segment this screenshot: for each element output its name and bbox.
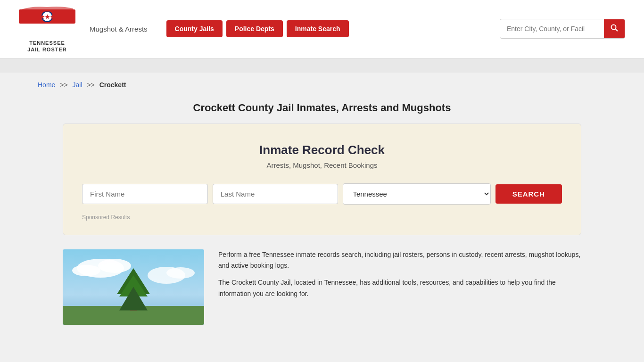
header-search-input[interactable] bbox=[500, 20, 604, 37]
inmate-search-button[interactable]: Inmate Search bbox=[287, 20, 349, 37]
breadcrumb-jail[interactable]: Jail bbox=[73, 81, 83, 89]
lower-description: Perform a free Tennessee inmate records … bbox=[218, 249, 581, 305]
main-content: Home >> Jail >> Crockett Crockett County… bbox=[0, 73, 644, 339]
record-check-box: Inmate Record Check Arrests, Mugshot, Re… bbox=[63, 123, 581, 235]
svg-point-11 bbox=[166, 267, 195, 279]
tennessee-flag-icon: ★★★ bbox=[19, 5, 75, 31]
inmate-search-form: Tennessee Alabama Alaska Arizona Arkansa… bbox=[82, 183, 562, 205]
breadcrumb-sep1: >> bbox=[60, 81, 67, 89]
breadcrumb: Home >> Jail >> Crockett bbox=[19, 73, 625, 97]
logo-image: ★★★ bbox=[19, 5, 75, 38]
lower-text-1: Perform a free Tennessee inmate records … bbox=[218, 249, 581, 272]
svg-point-4 bbox=[611, 25, 616, 30]
header-search-button[interactable] bbox=[604, 19, 625, 38]
lower-text-2: The Crockett County Jail, located in Ten… bbox=[218, 277, 581, 300]
mugshot-arrests-link[interactable]: Mugshot & Arrests bbox=[90, 25, 148, 33]
svg-rect-12 bbox=[63, 306, 204, 325]
inmate-search-button[interactable]: SEARCH bbox=[495, 184, 562, 204]
breadcrumb-current: Crockett bbox=[99, 81, 126, 89]
record-check-subtitle: Arrests, Mugshot, Recent Bookings bbox=[82, 161, 562, 169]
svg-point-8 bbox=[98, 259, 131, 273]
svg-rect-13 bbox=[130, 292, 137, 311]
subheader-band bbox=[0, 58, 644, 73]
search-icon bbox=[611, 24, 618, 32]
svg-text:★★★: ★★★ bbox=[40, 14, 55, 20]
svg-line-5 bbox=[616, 29, 618, 32]
first-name-input[interactable] bbox=[82, 184, 208, 204]
breadcrumb-sep2: >> bbox=[87, 81, 94, 89]
landscape-image bbox=[63, 249, 204, 325]
lower-image bbox=[63, 249, 204, 325]
logo[interactable]: ★★★ TENNESSEE JAIL ROSTER bbox=[19, 5, 75, 53]
breadcrumb-home[interactable]: Home bbox=[38, 81, 55, 89]
lower-section: Perform a free Tennessee inmate records … bbox=[63, 249, 581, 325]
county-jails-button[interactable]: County Jails bbox=[166, 20, 223, 37]
last-name-input[interactable] bbox=[213, 184, 339, 204]
header: ★★★ TENNESSEE JAIL ROSTER Mugshot & Arre… bbox=[0, 0, 644, 58]
police-depts-button[interactable]: Police Depts bbox=[226, 20, 283, 37]
state-select[interactable]: Tennessee Alabama Alaska Arizona Arkansa… bbox=[343, 183, 490, 205]
nav-buttons: County Jails Police Depts Inmate Search bbox=[166, 20, 349, 37]
record-check-title: Inmate Record Check bbox=[82, 143, 562, 157]
logo-text: TENNESSEE JAIL ROSTER bbox=[27, 40, 67, 53]
page-title: Crockett County Jail Inmates, Arrests an… bbox=[19, 97, 625, 123]
sponsored-label: Sponsored Results bbox=[82, 214, 562, 221]
svg-point-9 bbox=[72, 265, 100, 276]
header-search-area bbox=[500, 19, 625, 39]
